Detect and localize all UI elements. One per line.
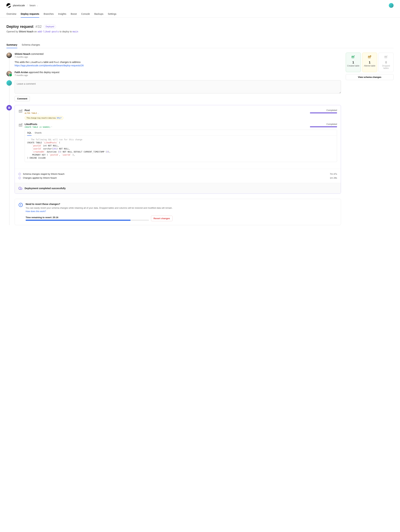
cloud-check-icon (19, 186, 22, 190)
change-operation[interactable]: ALTER TABLE ⌄ (25, 112, 39, 114)
org-link[interactable]: planetscale (13, 4, 25, 7)
user-avatar[interactable] (389, 3, 394, 8)
deployment-card: Post ALTER TABLE ⌄ Completed (15, 105, 341, 194)
opener-name: Shlomi Noach (19, 30, 33, 33)
approval-header: Fatih Arslan approved this deploy reques… (15, 71, 341, 74)
current-user-avatar (6, 80, 12, 86)
progress-bar (310, 113, 337, 113)
comment-link[interactable]: https://app.planetscale.com/planetscale/… (15, 64, 84, 67)
revert-help-link[interactable]: How does this work? (25, 210, 46, 213)
nav-boost[interactable]: Boost (71, 11, 77, 18)
page-title: Deploy request (6, 25, 33, 29)
create-table-icon (19, 123, 23, 127)
change-name: Post (25, 109, 308, 112)
svg-rect-8 (19, 124, 22, 126)
nav-settings[interactable]: Settings (108, 11, 117, 18)
revert-card: Need to revert these changes? You can ea… (15, 199, 341, 225)
change-name: LikedPosts (25, 123, 308, 126)
tab-schema-changes[interactable]: Schema changes (22, 42, 40, 48)
revert-icon (19, 203, 23, 207)
database-selector[interactable]: beam ⌄ (30, 4, 38, 7)
sql-panel: SQL Shards -- The following SQL will run… (25, 130, 337, 162)
table-minus-icon (384, 55, 388, 59)
breadcrumb-separator: / (27, 4, 28, 7)
nav-insights[interactable]: Insights (58, 11, 66, 18)
page-subtitle: Opened by Shlomi Noach on add-liked-post… (6, 30, 394, 33)
table-edit-icon (368, 55, 372, 59)
nav-branches[interactable]: Branches (44, 11, 54, 18)
comment-input[interactable] (15, 80, 341, 94)
revert-button[interactable]: Revert changes (151, 216, 172, 221)
svg-rect-4 (19, 110, 22, 113)
deploy-request-number: #32 (35, 25, 42, 29)
revert-description: You can easily revert your schema change… (25, 206, 172, 210)
chevron-down-icon: ⌄ (37, 5, 38, 6)
nav-deploy-requests[interactable]: Deploy requests (21, 11, 39, 18)
view-schema-changes-button[interactable]: View schema changes (346, 74, 394, 80)
alter-table-icon (19, 109, 23, 113)
nav-overview[interactable]: Overview (6, 11, 16, 18)
deployment-icon (6, 105, 12, 110)
revert-progress-bar (25, 220, 149, 221)
sql-tab-sql[interactable]: SQL (27, 132, 32, 136)
approver-avatar[interactable] (6, 71, 12, 76)
status-badge: Deployed (44, 25, 56, 29)
nav-backups[interactable]: Backups (94, 11, 103, 18)
change-status: Completed (310, 109, 337, 111)
progress-bar (310, 126, 337, 127)
revert-time-remaining: Time remaining to revert: 25:16 (25, 216, 149, 219)
main-nav: Overview Deploy requests Branches Insigh… (6, 11, 394, 18)
breadcrumb: planetscale / beam ⌄ (6, 3, 38, 8)
approval-time: 7 months ago (15, 74, 341, 76)
stat-altered: 1 Altered table (362, 53, 377, 72)
chevron-down-icon: ⌄ (38, 112, 39, 114)
check-circle-icon: ✓ (19, 177, 21, 179)
svg-rect-2 (8, 108, 9, 109)
table-plus-icon (351, 55, 355, 59)
deploy-event: ✓ Changes applied by Shlomi Noach 1m 28s (19, 176, 337, 180)
stat-created: 1 Created table (346, 53, 361, 72)
commenter-avatar[interactable] (6, 53, 12, 58)
deploy-event: ✓ Schema changes staged by Shlomi Noach … (19, 172, 337, 176)
nav-console[interactable]: Console (81, 11, 90, 18)
tab-summary[interactable]: Summary (6, 42, 17, 48)
check-circle-icon: ✓ (19, 173, 21, 175)
chevron-up-icon: ⌃ (51, 126, 52, 128)
change-status: Completed (310, 123, 337, 125)
comment-header: Shlomi Noach commented (15, 53, 341, 55)
planetscale-logo[interactable] (6, 3, 11, 8)
svg-rect-0 (8, 107, 9, 108)
database-name: beam (30, 4, 36, 7)
data-loss-warning: This change may result in data loss. Why… (25, 116, 63, 120)
change-operation[interactable]: CREATE TABLE (4 shards) ⌃ (25, 126, 52, 128)
svg-rect-3 (9, 108, 10, 109)
comment-body: This adds the LikedPosts table and Post … (15, 61, 341, 67)
comment-time: 7 months ago (15, 56, 341, 58)
revert-title: Need to revert these changes? (25, 203, 172, 205)
sql-code: -- The following SQL will run for this c… (25, 136, 337, 162)
sql-tab-shards[interactable]: Shards (35, 132, 42, 136)
source-branch[interactable]: add-liked-posts (38, 30, 59, 33)
comment-button[interactable]: Comment (15, 96, 30, 101)
svg-point-12 (19, 203, 23, 207)
warning-help-link[interactable]: Why? (57, 117, 62, 119)
stat-dropped: 0 Dropped tables (378, 53, 394, 72)
svg-rect-1 (9, 107, 10, 108)
deployment-success: Deployment completed successfully (15, 183, 341, 194)
target-branch[interactable]: main (73, 30, 78, 33)
